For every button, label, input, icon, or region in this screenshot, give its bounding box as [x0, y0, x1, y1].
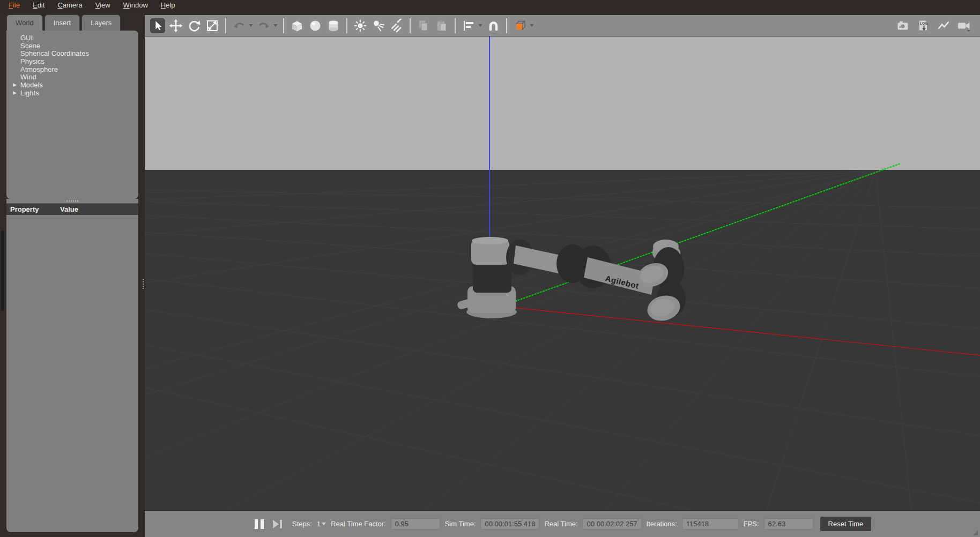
- undo-button[interactable]: [232, 18, 247, 33]
- steps-dropdown-icon: [322, 523, 326, 525]
- rtf-value: 0.95: [391, 518, 440, 529]
- rotate-icon: [187, 19, 201, 33]
- property-table-header: Property Value: [6, 203, 138, 215]
- snap-tool-button[interactable]: [486, 18, 501, 33]
- simulation-status-bar: Steps: 1 Real Time Factor: 0.95 Sim Time…: [145, 510, 980, 537]
- tree-item-models[interactable]: ▶ Models: [6, 81, 138, 89]
- toolbar-separator: [506, 18, 507, 33]
- menu-file[interactable]: File: [2, 0, 26, 10]
- menu-window[interactable]: Window: [117, 0, 154, 10]
- step-forward-button[interactable]: [273, 520, 282, 528]
- tab-world[interactable]: World: [6, 14, 43, 31]
- fps-value: 62.63: [764, 518, 813, 529]
- toolbar-separator: [455, 18, 456, 33]
- render-toolbar: LOG: [145, 15, 980, 36]
- point-light-icon: [353, 19, 367, 33]
- align-icon: [462, 19, 476, 33]
- sky: [145, 36, 980, 170]
- plot-button[interactable]: [936, 18, 951, 33]
- tree-item-gui[interactable]: GUI: [6, 34, 138, 42]
- scale-tool-button[interactable]: [205, 18, 220, 33]
- paste-button[interactable]: [434, 18, 449, 33]
- copy-button[interactable]: [416, 18, 431, 33]
- pause-button[interactable]: [255, 519, 264, 529]
- log-file-icon: LOG: [916, 19, 930, 33]
- sphere-icon: [308, 19, 322, 33]
- tree-item-scene[interactable]: Scene: [6, 42, 138, 50]
- scale-icon: [205, 19, 219, 33]
- toolbar-separator: [410, 18, 411, 33]
- record-video-button[interactable]: [956, 18, 971, 33]
- align-dropdown-icon[interactable]: [478, 24, 482, 27]
- expand-arrow-icon[interactable]: ▶: [13, 90, 17, 95]
- spot-light-button[interactable]: [371, 18, 386, 33]
- rotate-tool-button[interactable]: [187, 18, 202, 33]
- view-angle-button[interactable]: [513, 18, 528, 33]
- translate-tool-button[interactable]: [168, 18, 183, 33]
- sim-time-value: 00 00:01:55.418: [480, 518, 539, 529]
- magnet-icon: [486, 19, 500, 33]
- screenshot-button[interactable]: [895, 18, 910, 33]
- panel-tabs: World Insert Layers: [5, 14, 121, 31]
- align-tool-button[interactable]: [461, 18, 476, 33]
- insert-box-button[interactable]: [289, 18, 305, 33]
- iterations-value: 115418: [682, 518, 739, 529]
- insert-sphere-button[interactable]: [308, 18, 323, 33]
- point-light-button[interactable]: [353, 18, 368, 33]
- panel-splitter-handle[interactable]: [6, 199, 138, 203]
- paste-icon: [435, 19, 449, 33]
- toolbar-separator: [283, 18, 284, 33]
- spot-light-icon: [372, 19, 385, 33]
- view-cube-icon: [513, 18, 528, 33]
- world-tree: GUI Scene Spherical Coordinates Physics …: [6, 31, 138, 199]
- redo-icon: [257, 19, 271, 33]
- tab-insert[interactable]: Insert: [44, 14, 80, 31]
- property-column-header: Property: [6, 205, 60, 213]
- window-edge-handle[interactable]: [1, 230, 4, 311]
- camera-icon: [896, 19, 910, 33]
- redo-button[interactable]: [256, 18, 271, 33]
- step-icon: [273, 520, 279, 528]
- tab-layers[interactable]: Layers: [81, 14, 121, 31]
- video-camera-icon: [956, 19, 971, 33]
- insert-cylinder-button[interactable]: [326, 18, 341, 33]
- toolbar-separator: [225, 18, 226, 33]
- steps-label: Steps:: [292, 520, 312, 528]
- left-panel: World Insert Layers GUI Scene Spherical …: [5, 14, 139, 533]
- undo-icon: [232, 19, 246, 33]
- steps-dropdown[interactable]: 1: [317, 520, 326, 528]
- directional-light-icon: [390, 19, 404, 33]
- window-resize-grip[interactable]: [972, 530, 978, 535]
- select-tool-button[interactable]: [150, 18, 165, 33]
- menu-edit[interactable]: Edit: [26, 0, 51, 10]
- expand-arrow-icon[interactable]: ▶: [13, 82, 17, 87]
- menu-bar: File Edit Camera View Window Help: [0, 0, 980, 10]
- redo-dropdown-icon[interactable]: [273, 24, 278, 27]
- view-angle-dropdown-icon[interactable]: [530, 24, 534, 27]
- tree-item-physics[interactable]: Physics: [6, 57, 138, 65]
- iterations-label: Iterations:: [647, 520, 677, 528]
- tree-item-wind[interactable]: Wind: [6, 73, 138, 81]
- ground-plane: [145, 170, 980, 510]
- log-record-button[interactable]: LOG: [916, 18, 931, 33]
- toolbar-right-group: LOG: [895, 18, 975, 33]
- render-viewport[interactable]: Agilebot: [145, 36, 980, 510]
- menu-help[interactable]: Help: [154, 0, 182, 10]
- real-time-value: 00 00:02:02.257: [583, 518, 642, 529]
- line-chart-icon: [937, 19, 951, 33]
- cylinder-icon: [326, 19, 340, 33]
- copy-icon: [417, 19, 430, 33]
- arrow-cursor-icon: [151, 19, 164, 32]
- directional-light-button[interactable]: [389, 18, 404, 33]
- sim-time-label: Sim Time:: [445, 520, 476, 528]
- tree-item-spherical-coordinates[interactable]: Spherical Coordinates: [6, 49, 138, 57]
- reset-time-button[interactable]: Reset Time: [820, 517, 872, 531]
- value-column-header: Value: [60, 205, 78, 213]
- tree-item-atmosphere[interactable]: Atmosphere: [6, 65, 138, 73]
- menu-view[interactable]: View: [89, 0, 117, 10]
- tree-item-lights[interactable]: ▶ Lights: [6, 89, 138, 97]
- menu-camera[interactable]: Camera: [51, 0, 88, 10]
- fps-label: FPS:: [744, 520, 759, 528]
- undo-dropdown-icon[interactable]: [249, 24, 253, 27]
- property-table-body[interactable]: [6, 215, 138, 532]
